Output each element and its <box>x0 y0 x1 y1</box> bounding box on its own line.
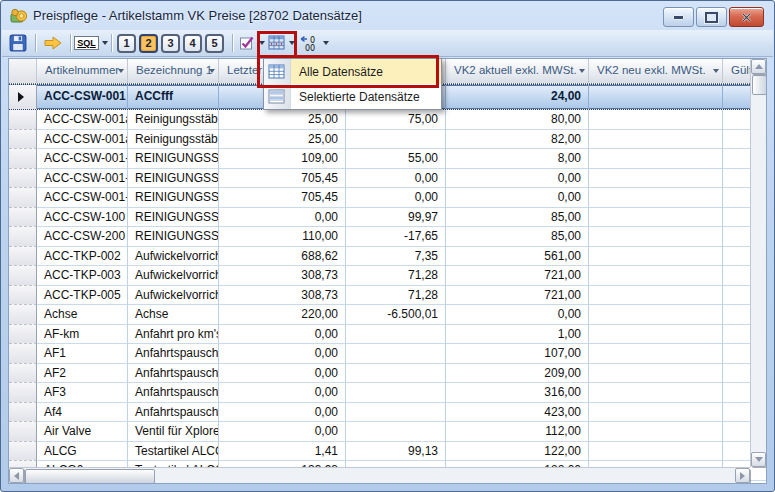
cell: 316,00 <box>446 383 589 403</box>
svg-text:00: 00 <box>305 44 315 52</box>
maximize-button[interactable] <box>696 7 727 27</box>
minimize-button[interactable] <box>663 7 694 27</box>
vertical-scroll-thumb[interactable] <box>752 75 767 95</box>
scroll-right-button[interactable] <box>735 468 750 483</box>
table-row[interactable]: AF3Anfahrtspauschal0,00316,00 <box>9 383 766 403</box>
cell: REINIGUNGSSTÄ <box>128 149 219 169</box>
table-row[interactable]: ACC-CSW-001aReinigungsstäbch25,0075,0080… <box>9 110 766 130</box>
view-button-2[interactable]: 2 <box>139 34 158 53</box>
table-row[interactable]: ACC-CSW-200REINIGUNGSSTÄ110,00-17,6585,0… <box>9 227 766 247</box>
table-row[interactable]: ACC-CSW-001a1Reinigungsstäbch25,0082,00 <box>9 130 766 150</box>
cell: Ventil für Xplorer <box>128 422 219 442</box>
app-coins-icon <box>10 8 27 24</box>
cell: Anfahrtspauschal <box>128 383 219 403</box>
row-selector[interactable] <box>9 130 37 150</box>
row-selector[interactable] <box>9 227 37 247</box>
scroll-left-button[interactable] <box>9 468 24 483</box>
table-row[interactable]: ACC-CSW-100REINIGUNGSSTÄ0,0099,9785,00 <box>9 208 766 228</box>
row-selector[interactable] <box>9 286 37 306</box>
cell <box>589 188 723 208</box>
cell: 112,00 <box>446 422 589 442</box>
cell: 7,35 <box>346 247 446 267</box>
row-selector[interactable] <box>9 442 37 462</box>
row-selector[interactable] <box>9 325 37 345</box>
horizontal-scroll-thumb[interactable] <box>25 469 155 484</box>
cell <box>589 247 723 267</box>
sql-button[interactable]: SQL <box>76 32 106 54</box>
cell: 0,00 <box>219 403 346 423</box>
column-header-artikelnummer[interactable]: Artikelnummer <box>37 59 128 83</box>
menu-item-selektierte-datensaetze[interactable]: Selektierte Datensätze <box>264 84 441 109</box>
table-row[interactable]: ACC-TKP-003Aufwickelvorricht308,7371,287… <box>9 266 766 286</box>
column-header-vk2-neu[interactable]: VK2 neu exkl. MWSt. <box>589 59 723 83</box>
row-selector[interactable] <box>9 266 37 286</box>
row-selector[interactable] <box>9 85 37 109</box>
view-button-5[interactable]: 5 <box>205 34 224 53</box>
row-selector[interactable] <box>9 208 37 228</box>
row-selector[interactable] <box>9 422 37 442</box>
scroll-down-button[interactable] <box>751 452 766 467</box>
cell: ACCfff <box>128 85 219 109</box>
cell: 82,00 <box>446 130 589 150</box>
row-selector[interactable] <box>9 169 37 189</box>
table-row[interactable]: AF2Anfahrtspauschal0,00209,00 <box>9 364 766 384</box>
row-selector[interactable] <box>9 188 37 208</box>
view-button-1[interactable]: 1 <box>117 34 136 53</box>
cell: 71,28 <box>346 266 446 286</box>
row-selector[interactable] <box>9 305 37 325</box>
view-button-4[interactable]: 4 <box>183 34 202 53</box>
table-row[interactable]: AchseAchse220,00-6.500,010,00 <box>9 305 766 325</box>
horizontal-scrollbar[interactable] <box>9 467 750 483</box>
cell: ALCG <box>37 442 128 462</box>
table-row[interactable]: ACC-TKP-002Aufwickelvorricht688,627,3556… <box>9 247 766 267</box>
row-selector[interactable] <box>9 149 37 169</box>
cell <box>589 383 723 403</box>
table-row[interactable]: AF1Anfahrtspauschal0,00107,00 <box>9 344 766 364</box>
cell <box>589 208 723 228</box>
vertical-scrollbar[interactable] <box>750 59 766 467</box>
table-row[interactable]: Af4Anfahrtspauschal0,00423,00 <box>9 403 766 423</box>
table-row[interactable]: ACC-CSW-001-3REINIGUNGSSTÄ705,450,000,00 <box>9 169 766 189</box>
toolbar-separator <box>70 34 71 52</box>
row-selector[interactable] <box>9 344 37 364</box>
table-row[interactable]: AF-kmAnfahrt pro km's0,001,00 <box>9 325 766 345</box>
table-row[interactable]: ACC-CSW-001-4REINIGUNGSSTÄ705,450,000,00 <box>9 188 766 208</box>
cell: ACC-CSW-001-4 <box>37 188 128 208</box>
cell: 122,00 <box>446 442 589 462</box>
records-button[interactable] <box>266 32 296 54</box>
view-button-3[interactable]: 3 <box>161 34 180 53</box>
cell: 55,00 <box>346 149 446 169</box>
current-row-arrow-icon <box>18 92 24 102</box>
cell: 308,73 <box>219 266 346 286</box>
arrow-right-icon <box>740 472 745 480</box>
cell: 0,00 <box>446 305 589 325</box>
table-row[interactable]: ACC-CSW-001-1REINIGUNGSSTÄ109,0055,008,0… <box>9 149 766 169</box>
table-row[interactable]: Air ValveVentil für Xplorer0,00112,00 <box>9 422 766 442</box>
cell: Aufwickelvorricht <box>128 247 219 267</box>
arrow-up-icon <box>755 64 763 69</box>
column-header-vk2-aktuell[interactable]: VK2 aktuell exkl. MWSt. <box>446 59 589 83</box>
scroll-up-button[interactable] <box>751 59 766 74</box>
row-selector[interactable] <box>9 403 37 423</box>
row-selector[interactable] <box>9 364 37 384</box>
cell: 107,00 <box>446 344 589 364</box>
save-button[interactable] <box>6 32 30 54</box>
column-header-bezeichnung[interactable]: Bezeichnung 1 <box>128 59 219 83</box>
close-button[interactable] <box>729 7 764 27</box>
cell: 423,00 <box>446 403 589 423</box>
cell: REINIGUNGSSTÄ <box>128 169 219 189</box>
row-selector[interactable] <box>9 383 37 403</box>
decimal-places-button[interactable]: 0 00 <box>296 32 330 54</box>
row-selector[interactable] <box>9 110 37 130</box>
table-row[interactable]: ALCGTestartikel ALCG1,4199,13122,00 <box>9 442 766 462</box>
cell: ACC-TKP-005 <box>37 286 128 306</box>
menu-item-alle-datensaetze[interactable]: Alle Datensätze <box>264 59 441 84</box>
filter-check-button[interactable] <box>238 32 266 54</box>
forward-button[interactable] <box>41 32 65 54</box>
records-dropdown-menu: Alle Datensätze Selektierte Datensätze <box>263 58 442 110</box>
table-row[interactable]: ACC-TKP-005Aufwickelvorricht308,7371,287… <box>9 286 766 306</box>
cell <box>346 344 446 364</box>
row-selector[interactable] <box>9 247 37 267</box>
yellow-arrow-right-icon <box>43 35 63 51</box>
column-header-rowselector <box>9 59 37 83</box>
